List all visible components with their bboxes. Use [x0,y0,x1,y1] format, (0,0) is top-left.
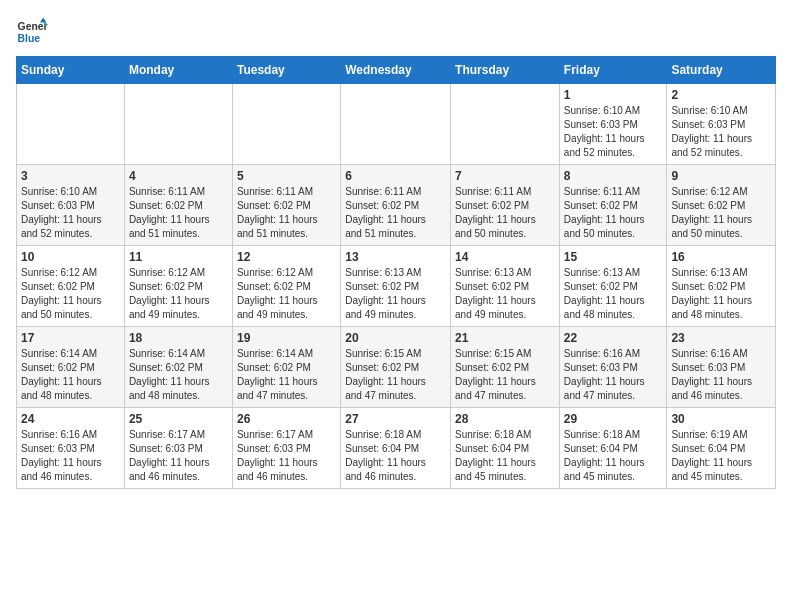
col-header-tuesday: Tuesday [232,57,340,84]
calendar-cell: 28Sunrise: 6:18 AM Sunset: 6:04 PM Dayli… [451,408,560,489]
day-number: 8 [564,169,663,183]
col-header-saturday: Saturday [667,57,776,84]
header-row: SundayMondayTuesdayWednesdayThursdayFrid… [17,57,776,84]
calendar-cell: 3Sunrise: 6:10 AM Sunset: 6:03 PM Daylig… [17,165,125,246]
week-row-4: 17Sunrise: 6:14 AM Sunset: 6:02 PM Dayli… [17,327,776,408]
day-number: 19 [237,331,336,345]
day-info: Sunrise: 6:11 AM Sunset: 6:02 PM Dayligh… [564,185,663,241]
col-header-friday: Friday [559,57,667,84]
col-header-thursday: Thursday [451,57,560,84]
day-number: 16 [671,250,771,264]
calendar-cell: 11Sunrise: 6:12 AM Sunset: 6:02 PM Dayli… [124,246,232,327]
week-row-2: 3Sunrise: 6:10 AM Sunset: 6:03 PM Daylig… [17,165,776,246]
calendar-cell [17,84,125,165]
day-number: 29 [564,412,663,426]
day-info: Sunrise: 6:16 AM Sunset: 6:03 PM Dayligh… [564,347,663,403]
day-info: Sunrise: 6:12 AM Sunset: 6:02 PM Dayligh… [671,185,771,241]
calendar-cell: 8Sunrise: 6:11 AM Sunset: 6:02 PM Daylig… [559,165,667,246]
day-number: 10 [21,250,120,264]
day-info: Sunrise: 6:11 AM Sunset: 6:02 PM Dayligh… [237,185,336,241]
day-number: 6 [345,169,446,183]
day-info: Sunrise: 6:12 AM Sunset: 6:02 PM Dayligh… [237,266,336,322]
day-info: Sunrise: 6:11 AM Sunset: 6:02 PM Dayligh… [345,185,446,241]
day-info: Sunrise: 6:16 AM Sunset: 6:03 PM Dayligh… [671,347,771,403]
col-header-monday: Monday [124,57,232,84]
day-info: Sunrise: 6:14 AM Sunset: 6:02 PM Dayligh… [21,347,120,403]
day-info: Sunrise: 6:10 AM Sunset: 6:03 PM Dayligh… [21,185,120,241]
day-number: 13 [345,250,446,264]
day-number: 14 [455,250,555,264]
week-row-5: 24Sunrise: 6:16 AM Sunset: 6:03 PM Dayli… [17,408,776,489]
calendar-cell: 6Sunrise: 6:11 AM Sunset: 6:02 PM Daylig… [341,165,451,246]
col-header-sunday: Sunday [17,57,125,84]
calendar-cell: 24Sunrise: 6:16 AM Sunset: 6:03 PM Dayli… [17,408,125,489]
calendar-cell: 27Sunrise: 6:18 AM Sunset: 6:04 PM Dayli… [341,408,451,489]
calendar-cell [341,84,451,165]
day-info: Sunrise: 6:15 AM Sunset: 6:02 PM Dayligh… [345,347,446,403]
day-number: 4 [129,169,228,183]
day-info: Sunrise: 6:17 AM Sunset: 6:03 PM Dayligh… [129,428,228,484]
col-header-wednesday: Wednesday [341,57,451,84]
calendar-cell: 5Sunrise: 6:11 AM Sunset: 6:02 PM Daylig… [232,165,340,246]
day-number: 15 [564,250,663,264]
day-number: 9 [671,169,771,183]
day-info: Sunrise: 6:14 AM Sunset: 6:02 PM Dayligh… [237,347,336,403]
logo-icon: General Blue [16,16,48,48]
svg-text:General: General [18,21,48,32]
svg-marker-2 [40,18,46,23]
day-number: 17 [21,331,120,345]
day-info: Sunrise: 6:12 AM Sunset: 6:02 PM Dayligh… [129,266,228,322]
day-number: 25 [129,412,228,426]
calendar-cell: 29Sunrise: 6:18 AM Sunset: 6:04 PM Dayli… [559,408,667,489]
calendar-cell: 14Sunrise: 6:13 AM Sunset: 6:02 PM Dayli… [451,246,560,327]
day-number: 28 [455,412,555,426]
day-info: Sunrise: 6:17 AM Sunset: 6:03 PM Dayligh… [237,428,336,484]
day-number: 11 [129,250,228,264]
calendar-cell: 16Sunrise: 6:13 AM Sunset: 6:02 PM Dayli… [667,246,776,327]
calendar-cell: 9Sunrise: 6:12 AM Sunset: 6:02 PM Daylig… [667,165,776,246]
calendar-cell: 12Sunrise: 6:12 AM Sunset: 6:02 PM Dayli… [232,246,340,327]
calendar-cell [124,84,232,165]
day-number: 22 [564,331,663,345]
day-number: 26 [237,412,336,426]
calendar-cell: 21Sunrise: 6:15 AM Sunset: 6:02 PM Dayli… [451,327,560,408]
day-info: Sunrise: 6:18 AM Sunset: 6:04 PM Dayligh… [455,428,555,484]
day-info: Sunrise: 6:12 AM Sunset: 6:02 PM Dayligh… [21,266,120,322]
logo: General Blue [16,16,48,48]
day-info: Sunrise: 6:11 AM Sunset: 6:02 PM Dayligh… [455,185,555,241]
calendar-cell: 30Sunrise: 6:19 AM Sunset: 6:04 PM Dayli… [667,408,776,489]
day-info: Sunrise: 6:15 AM Sunset: 6:02 PM Dayligh… [455,347,555,403]
day-number: 7 [455,169,555,183]
calendar-cell: 23Sunrise: 6:16 AM Sunset: 6:03 PM Dayli… [667,327,776,408]
day-number: 27 [345,412,446,426]
week-row-3: 10Sunrise: 6:12 AM Sunset: 6:02 PM Dayli… [17,246,776,327]
calendar-cell [451,84,560,165]
calendar-cell: 17Sunrise: 6:14 AM Sunset: 6:02 PM Dayli… [17,327,125,408]
svg-text:Blue: Blue [18,33,41,44]
day-number: 23 [671,331,771,345]
calendar-cell: 15Sunrise: 6:13 AM Sunset: 6:02 PM Dayli… [559,246,667,327]
calendar-cell: 19Sunrise: 6:14 AM Sunset: 6:02 PM Dayli… [232,327,340,408]
day-info: Sunrise: 6:18 AM Sunset: 6:04 PM Dayligh… [564,428,663,484]
day-info: Sunrise: 6:11 AM Sunset: 6:02 PM Dayligh… [129,185,228,241]
calendar-cell [232,84,340,165]
day-info: Sunrise: 6:13 AM Sunset: 6:02 PM Dayligh… [345,266,446,322]
day-info: Sunrise: 6:14 AM Sunset: 6:02 PM Dayligh… [129,347,228,403]
day-number: 20 [345,331,446,345]
page-header: General Blue [16,16,776,48]
day-number: 21 [455,331,555,345]
calendar-cell: 22Sunrise: 6:16 AM Sunset: 6:03 PM Dayli… [559,327,667,408]
calendar-cell: 2Sunrise: 6:10 AM Sunset: 6:03 PM Daylig… [667,84,776,165]
calendar-cell: 18Sunrise: 6:14 AM Sunset: 6:02 PM Dayli… [124,327,232,408]
calendar-cell: 20Sunrise: 6:15 AM Sunset: 6:02 PM Dayli… [341,327,451,408]
calendar-cell: 1Sunrise: 6:10 AM Sunset: 6:03 PM Daylig… [559,84,667,165]
day-number: 2 [671,88,771,102]
day-info: Sunrise: 6:10 AM Sunset: 6:03 PM Dayligh… [671,104,771,160]
day-info: Sunrise: 6:13 AM Sunset: 6:02 PM Dayligh… [564,266,663,322]
day-info: Sunrise: 6:16 AM Sunset: 6:03 PM Dayligh… [21,428,120,484]
day-number: 5 [237,169,336,183]
calendar-cell: 10Sunrise: 6:12 AM Sunset: 6:02 PM Dayli… [17,246,125,327]
day-number: 3 [21,169,120,183]
day-info: Sunrise: 6:13 AM Sunset: 6:02 PM Dayligh… [671,266,771,322]
day-info: Sunrise: 6:18 AM Sunset: 6:04 PM Dayligh… [345,428,446,484]
